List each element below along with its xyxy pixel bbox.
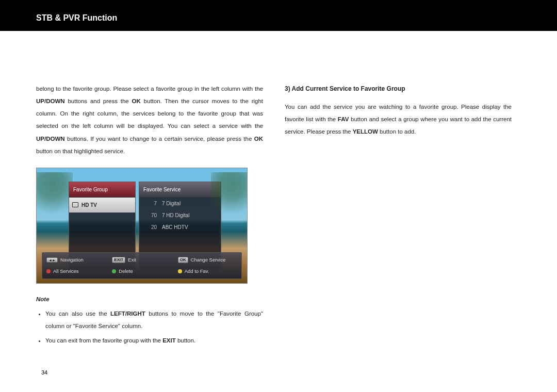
hint-navigation: Navigation — [46, 255, 106, 265]
service-name: ABC HDTV — [162, 222, 188, 233]
favorite-service-header: Favorite Service — [139, 182, 221, 198]
hint-label: Delete — [119, 266, 133, 276]
text: button on that highlighted service. — [36, 148, 125, 154]
text: buttons and press the — [68, 98, 132, 104]
kw-updown: UP/DOWN — [36, 136, 65, 142]
hint-label: Add to Fav. — [185, 266, 209, 276]
favorite-group-label: HD TV — [81, 200, 97, 210]
tv-icon — [72, 202, 78, 207]
service-num: 7 — [142, 198, 157, 209]
header-band: STB & PVR Function — [0, 0, 557, 31]
yellow-dot-icon — [178, 269, 182, 273]
hint-label: Exit — [128, 255, 136, 265]
service-num: 70 — [142, 210, 157, 221]
note-item: You can exit from the favorite group wit… — [45, 334, 263, 347]
hint-delete: Delete — [112, 266, 171, 276]
hint-label: Navigation — [60, 255, 84, 265]
ok-key-icon: OK — [178, 257, 188, 263]
kw-ok: OK — [132, 98, 141, 104]
kw-leftright: LEFT/RIGHT — [110, 311, 145, 317]
left-column: belong to the favorite group. Please sel… — [36, 83, 263, 349]
text: belong to the favorite group. Please sel… — [36, 86, 263, 92]
section-heading: 3) Add Current Service to Favorite Group — [285, 83, 512, 95]
kw-fav: FAV — [338, 116, 349, 122]
hint-all-services: All Services — [46, 266, 106, 276]
kw-yellow: YELLOW — [353, 128, 378, 135]
kw-exit: EXIT — [162, 337, 176, 344]
text: buttons. If you want to change to a cert… — [67, 136, 254, 142]
favorite-group-row[interactable]: HD TV — [69, 198, 135, 213]
page-title: STB & PVR Function — [36, 13, 117, 31]
exit-key-icon: EXIT — [112, 257, 125, 263]
kw-ok: OK — [254, 136, 263, 142]
hint-change-service: OK Change Service — [178, 255, 237, 265]
right-column: 3) Add Current Service to Favorite Group… — [285, 83, 512, 349]
tv-screenshot: Favorite Group HD TV Favorite Service 7 … — [36, 168, 248, 284]
red-dot-icon — [46, 269, 51, 273]
text: You can exit from the favorite group wit… — [45, 337, 162, 344]
note-heading: Note — [36, 293, 263, 305]
service-num: 20 — [142, 222, 157, 233]
page-number: 34 — [41, 369, 47, 375]
note-item: You can also use the LEFT/RIGHT buttons … — [45, 307, 263, 332]
service-row[interactable]: 70 7 HD Digital — [139, 209, 221, 221]
note-list: You can also use the LEFT/RIGHT buttons … — [36, 307, 263, 347]
service-name: 7 HD Digital — [162, 210, 189, 221]
right-paragraph: You can add the service you are watching… — [285, 101, 512, 138]
hint-exit: EXIT Exit — [112, 255, 171, 265]
page-body: belong to the favorite group. Please sel… — [0, 31, 557, 349]
text: button. — [177, 337, 195, 344]
text: You can also use the — [45, 311, 110, 317]
hint-bar: Navigation EXIT Exit OK Change Service A… — [42, 252, 242, 279]
service-row[interactable]: 20 ABC HDTV — [139, 221, 221, 233]
text: button to add. — [380, 128, 416, 135]
green-dot-icon — [112, 269, 116, 273]
service-name: 7 Digital — [162, 198, 181, 209]
hint-label: Change Service — [191, 255, 226, 265]
left-paragraph: belong to the favorite group. Please sel… — [36, 83, 263, 157]
service-row[interactable]: 7 7 Digital — [139, 198, 221, 209]
hint-add-fav: Add to Fav. — [178, 266, 237, 276]
kw-updown: UP/DOWN — [36, 98, 65, 104]
favorite-group-header: Favorite Group — [69, 182, 135, 198]
arrow-keys-icon — [46, 257, 58, 263]
hint-label: All Services — [53, 266, 79, 276]
